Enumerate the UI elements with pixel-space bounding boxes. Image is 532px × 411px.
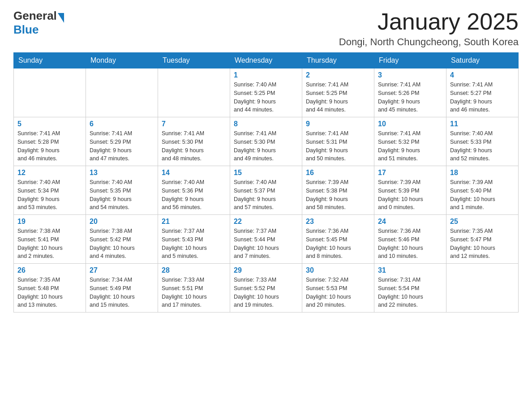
day-info: Sunrise: 7:41 AMSunset: 5:31 PMDaylight:… bbox=[306, 129, 370, 163]
day-number: 5 bbox=[17, 120, 82, 128]
calendar-cell: 29Sunrise: 7:33 AMSunset: 5:52 PMDayligh… bbox=[230, 264, 302, 313]
day-number: 23 bbox=[306, 218, 370, 226]
calendar-cell bbox=[446, 264, 519, 313]
header-sunday: Sunday bbox=[14, 53, 86, 68]
logo-general-text: General bbox=[13, 9, 57, 23]
location-title: Dongi, North Chungcheong, South Korea bbox=[339, 36, 519, 48]
calendar-week-2: 12Sunrise: 7:40 AMSunset: 5:34 PMDayligh… bbox=[14, 166, 519, 215]
calendar-week-4: 26Sunrise: 7:35 AMSunset: 5:48 PMDayligh… bbox=[14, 264, 519, 313]
day-info: Sunrise: 7:34 AMSunset: 5:49 PMDaylight:… bbox=[90, 276, 154, 309]
day-info: Sunrise: 7:32 AMSunset: 5:53 PMDaylight:… bbox=[306, 276, 370, 309]
calendar-cell: 16Sunrise: 7:39 AMSunset: 5:38 PMDayligh… bbox=[302, 166, 374, 215]
calendar-cell: 5Sunrise: 7:41 AMSunset: 5:28 PMDaylight… bbox=[14, 117, 86, 166]
calendar-cell: 13Sunrise: 7:40 AMSunset: 5:35 PMDayligh… bbox=[86, 166, 158, 215]
calendar-cell: 17Sunrise: 7:39 AMSunset: 5:39 PMDayligh… bbox=[374, 166, 446, 215]
day-info: Sunrise: 7:31 AMSunset: 5:54 PMDaylight:… bbox=[378, 276, 442, 309]
calendar-cell bbox=[158, 68, 230, 117]
day-number: 12 bbox=[17, 169, 82, 177]
day-info: Sunrise: 7:40 AMSunset: 5:25 PMDaylight:… bbox=[234, 81, 298, 114]
logo: General Blue bbox=[13, 9, 64, 37]
day-number: 22 bbox=[234, 218, 298, 226]
calendar-cell: 31Sunrise: 7:31 AMSunset: 5:54 PMDayligh… bbox=[374, 264, 446, 313]
day-info: Sunrise: 7:41 AMSunset: 5:32 PMDaylight:… bbox=[378, 129, 442, 163]
day-number: 4 bbox=[450, 71, 515, 79]
day-number: 14 bbox=[162, 169, 226, 177]
calendar-cell: 18Sunrise: 7:39 AMSunset: 5:40 PMDayligh… bbox=[446, 166, 519, 215]
calendar-cell: 3Sunrise: 7:41 AMSunset: 5:26 PMDaylight… bbox=[374, 68, 446, 117]
calendar-cell: 19Sunrise: 7:38 AMSunset: 5:41 PMDayligh… bbox=[14, 215, 86, 264]
calendar-cell bbox=[14, 68, 86, 117]
calendar-cell: 14Sunrise: 7:40 AMSunset: 5:36 PMDayligh… bbox=[158, 166, 230, 215]
calendar-cell: 2Sunrise: 7:41 AMSunset: 5:25 PMDaylight… bbox=[302, 68, 374, 117]
day-number: 21 bbox=[162, 218, 226, 226]
day-info: Sunrise: 7:36 AMSunset: 5:45 PMDaylight:… bbox=[306, 227, 370, 261]
header-saturday: Saturday bbox=[446, 53, 519, 68]
calendar-cell: 6Sunrise: 7:41 AMSunset: 5:29 PMDaylight… bbox=[86, 117, 158, 166]
calendar-cell: 28Sunrise: 7:33 AMSunset: 5:51 PMDayligh… bbox=[158, 264, 230, 313]
calendar-cell: 23Sunrise: 7:36 AMSunset: 5:45 PMDayligh… bbox=[302, 215, 374, 264]
header-friday: Friday bbox=[374, 53, 446, 68]
calendar-cell bbox=[86, 68, 158, 117]
day-number: 20 bbox=[90, 218, 154, 226]
calendar-cell: 10Sunrise: 7:41 AMSunset: 5:32 PMDayligh… bbox=[374, 117, 446, 166]
calendar-week-1: 5Sunrise: 7:41 AMSunset: 5:28 PMDaylight… bbox=[14, 117, 519, 166]
calendar-cell: 20Sunrise: 7:38 AMSunset: 5:42 PMDayligh… bbox=[86, 215, 158, 264]
calendar-cell: 9Sunrise: 7:41 AMSunset: 5:31 PMDaylight… bbox=[302, 117, 374, 166]
day-info: Sunrise: 7:41 AMSunset: 5:26 PMDaylight:… bbox=[378, 81, 442, 114]
day-number: 8 bbox=[234, 120, 298, 128]
day-number: 26 bbox=[17, 266, 82, 274]
header-wednesday: Wednesday bbox=[230, 53, 302, 68]
day-info: Sunrise: 7:39 AMSunset: 5:38 PMDaylight:… bbox=[306, 178, 370, 212]
day-number: 3 bbox=[378, 71, 442, 79]
calendar-cell: 1Sunrise: 7:40 AMSunset: 5:25 PMDaylight… bbox=[230, 68, 302, 117]
page-header: General Blue January 2025 Dongi, North C… bbox=[13, 9, 519, 48]
day-number: 17 bbox=[378, 169, 442, 177]
day-number: 18 bbox=[450, 169, 515, 177]
day-info: Sunrise: 7:40 AMSunset: 5:35 PMDaylight:… bbox=[90, 178, 154, 212]
day-info: Sunrise: 7:40 AMSunset: 5:37 PMDaylight:… bbox=[234, 178, 298, 212]
day-info: Sunrise: 7:37 AMSunset: 5:44 PMDaylight:… bbox=[234, 227, 298, 261]
day-info: Sunrise: 7:35 AMSunset: 5:48 PMDaylight:… bbox=[17, 276, 82, 309]
day-info: Sunrise: 7:40 AMSunset: 5:36 PMDaylight:… bbox=[162, 178, 226, 212]
day-info: Sunrise: 7:41 AMSunset: 5:25 PMDaylight:… bbox=[306, 81, 370, 114]
logo-triangle-icon bbox=[58, 13, 64, 23]
day-number: 25 bbox=[450, 218, 515, 226]
day-number: 28 bbox=[162, 266, 226, 274]
day-info: Sunrise: 7:38 AMSunset: 5:42 PMDaylight:… bbox=[90, 227, 154, 261]
calendar-cell: 30Sunrise: 7:32 AMSunset: 5:53 PMDayligh… bbox=[302, 264, 374, 313]
calendar-cell: 7Sunrise: 7:41 AMSunset: 5:30 PMDaylight… bbox=[158, 117, 230, 166]
day-number: 6 bbox=[90, 120, 154, 128]
header-thursday: Thursday bbox=[302, 53, 374, 68]
calendar-cell: 8Sunrise: 7:41 AMSunset: 5:30 PMDaylight… bbox=[230, 117, 302, 166]
calendar-cell: 12Sunrise: 7:40 AMSunset: 5:34 PMDayligh… bbox=[14, 166, 86, 215]
day-number: 15 bbox=[234, 169, 298, 177]
title-section: January 2025 Dongi, North Chungcheong, S… bbox=[339, 9, 519, 48]
calendar-cell: 15Sunrise: 7:40 AMSunset: 5:37 PMDayligh… bbox=[230, 166, 302, 215]
day-info: Sunrise: 7:36 AMSunset: 5:46 PMDaylight:… bbox=[378, 227, 442, 261]
day-info: Sunrise: 7:40 AMSunset: 5:34 PMDaylight:… bbox=[17, 178, 82, 212]
calendar-table: SundayMondayTuesdayWednesdayThursdayFrid… bbox=[13, 52, 519, 313]
day-number: 10 bbox=[378, 120, 442, 128]
calendar-cell: 27Sunrise: 7:34 AMSunset: 5:49 PMDayligh… bbox=[86, 264, 158, 313]
day-number: 2 bbox=[306, 71, 370, 79]
calendar-week-3: 19Sunrise: 7:38 AMSunset: 5:41 PMDayligh… bbox=[14, 215, 519, 264]
day-info: Sunrise: 7:39 AMSunset: 5:40 PMDaylight:… bbox=[450, 178, 515, 212]
calendar-cell: 24Sunrise: 7:36 AMSunset: 5:46 PMDayligh… bbox=[374, 215, 446, 264]
day-info: Sunrise: 7:33 AMSunset: 5:51 PMDaylight:… bbox=[162, 276, 226, 309]
day-number: 31 bbox=[378, 266, 442, 274]
day-number: 27 bbox=[90, 266, 154, 274]
day-number: 9 bbox=[306, 120, 370, 128]
day-number: 29 bbox=[234, 266, 298, 274]
day-info: Sunrise: 7:40 AMSunset: 5:33 PMDaylight:… bbox=[450, 129, 515, 163]
day-number: 16 bbox=[306, 169, 370, 177]
day-info: Sunrise: 7:41 AMSunset: 5:30 PMDaylight:… bbox=[162, 129, 226, 163]
calendar-cell: 11Sunrise: 7:40 AMSunset: 5:33 PMDayligh… bbox=[446, 117, 519, 166]
day-number: 7 bbox=[162, 120, 226, 128]
day-number: 1 bbox=[234, 71, 298, 79]
day-number: 24 bbox=[378, 218, 442, 226]
calendar-cell: 4Sunrise: 7:41 AMSunset: 5:27 PMDaylight… bbox=[446, 68, 519, 117]
day-info: Sunrise: 7:38 AMSunset: 5:41 PMDaylight:… bbox=[17, 227, 82, 261]
day-number: 11 bbox=[450, 120, 515, 128]
day-info: Sunrise: 7:41 AMSunset: 5:27 PMDaylight:… bbox=[450, 81, 515, 114]
day-number: 30 bbox=[306, 266, 370, 274]
